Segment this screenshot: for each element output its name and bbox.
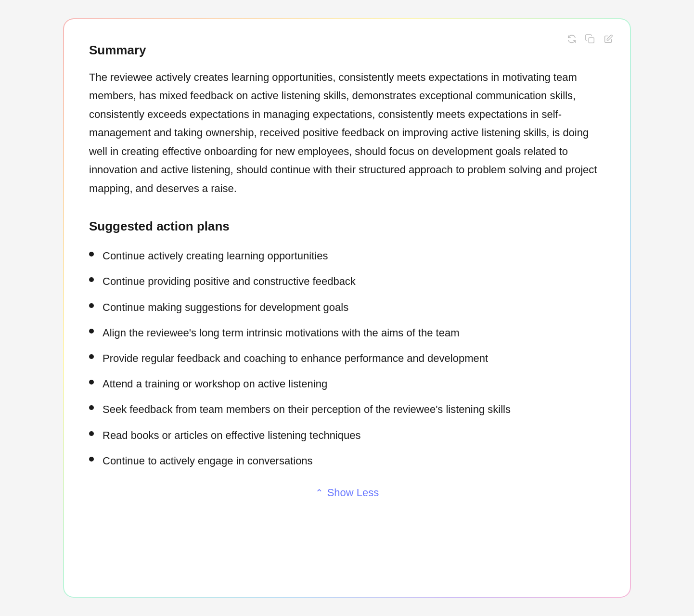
action-plans-title: Suggested action plans bbox=[89, 219, 605, 234]
list-item-text: Continue to actively engage in conversat… bbox=[103, 452, 313, 469]
bullet-icon bbox=[89, 354, 94, 359]
list-item-text: Provide regular feedback and coaching to… bbox=[103, 350, 488, 367]
show-less-label: Show Less bbox=[327, 487, 379, 499]
list-item-text: Continue providing positive and construc… bbox=[103, 273, 356, 290]
list-item: Continue actively creating learning oppo… bbox=[89, 247, 605, 264]
action-list: Continue actively creating learning oppo… bbox=[89, 247, 605, 469]
bullet-icon bbox=[89, 457, 94, 462]
card: Summary The reviewee actively creates le… bbox=[64, 19, 630, 597]
bullet-icon bbox=[89, 405, 94, 410]
list-item-text: Read books or articles on effective list… bbox=[103, 427, 360, 444]
bullet-icon bbox=[89, 329, 94, 334]
bullet-icon bbox=[89, 303, 94, 308]
list-item-text: Align the reviewee's long term intrinsic… bbox=[103, 324, 460, 341]
list-item-text: Seek feedback from team members on their… bbox=[103, 401, 511, 418]
card-wrapper: Summary The reviewee actively creates le… bbox=[63, 18, 631, 598]
list-item-text: Attend a training or workshop on active … bbox=[103, 375, 327, 392]
summary-text: The reviewee actively creates learning o… bbox=[89, 68, 605, 198]
list-item-text: Continue actively creating learning oppo… bbox=[103, 247, 328, 264]
list-item: Align the reviewee's long term intrinsic… bbox=[89, 324, 605, 341]
bullet-icon bbox=[89, 431, 94, 436]
summary-title: Summary bbox=[89, 42, 605, 59]
show-less-container: ⌃ Show Less bbox=[89, 487, 605, 499]
refresh-icon[interactable] bbox=[565, 33, 578, 45]
list-item: Provide regular feedback and coaching to… bbox=[89, 350, 605, 367]
toolbar bbox=[565, 33, 615, 45]
list-item: Attend a training or workshop on active … bbox=[89, 375, 605, 392]
list-item: Continue providing positive and construc… bbox=[89, 273, 605, 290]
list-item: Continue making suggestions for developm… bbox=[89, 299, 605, 316]
chevron-up-icon: ⌃ bbox=[315, 487, 323, 499]
bullet-icon bbox=[89, 277, 94, 282]
bullet-icon bbox=[89, 252, 94, 257]
copy-icon[interactable] bbox=[584, 33, 596, 45]
show-less-button[interactable]: ⌃ Show Less bbox=[315, 487, 379, 499]
list-item: Seek feedback from team members on their… bbox=[89, 401, 605, 418]
list-item: Continue to actively engage in conversat… bbox=[89, 452, 605, 469]
edit-icon[interactable] bbox=[602, 33, 615, 45]
bullet-icon bbox=[89, 380, 94, 385]
list-item: Read books or articles on effective list… bbox=[89, 427, 605, 444]
list-item-text: Continue making suggestions for developm… bbox=[103, 299, 348, 316]
svg-rect-0 bbox=[589, 38, 594, 43]
